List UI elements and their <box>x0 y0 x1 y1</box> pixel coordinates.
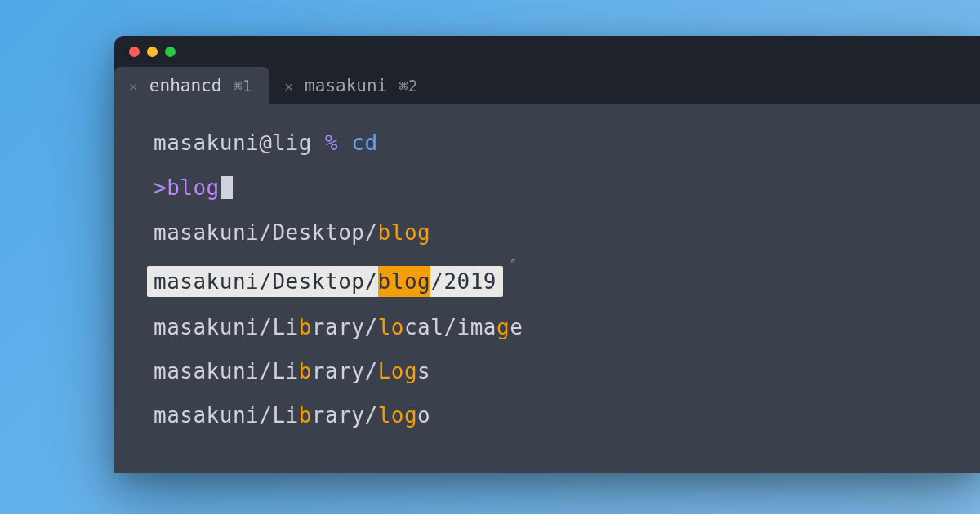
prompt-command: cd <box>351 132 377 153</box>
path-segment: /2019 <box>430 269 497 294</box>
path-segment: masakuni/Li <box>154 315 299 339</box>
path-segment: s <box>417 359 430 383</box>
terminal-content[interactable]: masakuni@lig % cd >blog masakuni/Desktop… <box>114 104 980 473</box>
result-item-selected[interactable]: masakuni/Desktop/blog/2019〞 <box>114 266 980 297</box>
fuzzy-search-input[interactable]: >blog <box>114 176 980 199</box>
window-titlebar <box>114 36 980 67</box>
match-highlight: blog <box>378 220 431 245</box>
path-segment: masakuni/Li <box>154 359 299 383</box>
path-segment: rary/ <box>312 315 378 339</box>
match-highlight: b <box>299 403 312 428</box>
match-highlight: blog <box>378 266 431 297</box>
match-highlight: log <box>378 403 417 428</box>
close-tab-icon[interactable]: ✕ <box>129 78 138 95</box>
path-segment: e <box>510 315 523 339</box>
path-segment: cal/ima <box>404 315 497 339</box>
path-segment: masakuni/Desktop/ <box>154 269 378 294</box>
minimize-icon[interactable] <box>147 47 158 57</box>
close-icon[interactable] <box>129 47 140 57</box>
tab-shortcut: ⌘1 <box>233 77 252 95</box>
path-segment: o <box>417 403 430 428</box>
tab-label: masakuni <box>305 76 387 95</box>
match-highlight: Log <box>378 359 417 383</box>
zoom-icon[interactable] <box>165 47 176 57</box>
terminal-window: ✕ enhancd ⌘1 ✕ masakuni ⌘2 masakuni@lig … <box>114 36 980 473</box>
results-list: masakuni/Desktop/blogmasakuni/Desktop/bl… <box>114 222 980 426</box>
prompt-symbol: % <box>325 132 351 153</box>
result-item[interactable]: masakuni/Library/logo <box>114 405 980 426</box>
match-highlight: lo <box>378 315 404 339</box>
tab-shortcut: ⌘2 <box>399 77 417 95</box>
tab-masakuni[interactable]: ✕ masakuni ⌘2 <box>270 67 435 104</box>
result-item[interactable]: masakuni/Library/Logs <box>114 361 980 382</box>
selection-tick-icon: 〞 <box>505 258 517 269</box>
prompt-line: masakuni@lig % cd <box>114 132 980 153</box>
tab-enhancd[interactable]: ✕ enhancd ⌘1 <box>114 67 270 104</box>
result-item[interactable]: masakuni/Desktop/blog <box>114 222 980 243</box>
prompt-userhost: masakuni@lig <box>154 132 325 153</box>
close-tab-icon[interactable]: ✕ <box>284 78 293 95</box>
result-item[interactable]: masakuni/Library/local/image <box>114 317 980 338</box>
path-segment: masakuni/Li <box>154 403 299 428</box>
match-highlight: b <box>299 315 312 339</box>
tab-bar: ✕ enhancd ⌘1 ✕ masakuni ⌘2 <box>114 67 980 104</box>
text-cursor <box>221 176 233 199</box>
search-query: blog <box>167 177 220 198</box>
path-segment: rary/ <box>312 403 378 428</box>
path-segment: masakuni/Desktop/ <box>154 220 378 245</box>
path-segment: rary/ <box>312 359 378 383</box>
match-highlight: g <box>497 315 510 339</box>
tab-label: enhancd <box>149 76 222 95</box>
search-caret: > <box>154 177 167 198</box>
match-highlight: b <box>299 359 312 383</box>
